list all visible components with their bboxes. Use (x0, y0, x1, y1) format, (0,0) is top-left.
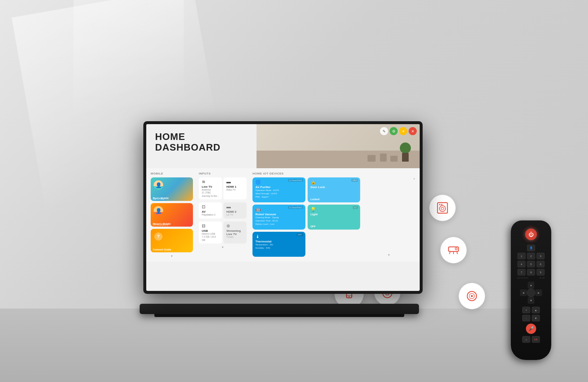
dpad-down[interactable]: ▼ (528, 297, 534, 304)
robot-vacuum-title: Robot Vacuum (255, 213, 302, 216)
home-button[interactable]: ⌂ (522, 336, 530, 343)
iot-scroll-top: ▲ (362, 177, 415, 202)
robot-vacuum-detail: Cleaning Mode : ZigzagOperation Time : 0… (255, 216, 302, 226)
iot-section: HOME IoT DEVICES 🌀 LG SmartThinQ Air Pur… (252, 172, 415, 258)
close-button[interactable]: ✕ (409, 127, 417, 135)
hdmi1-card[interactable]: ▬ HDMI 1 Roku TV (223, 177, 247, 199)
av-icon: ⊡ (202, 204, 219, 209)
tv-screen: HOME DASHBOARD ✎ ⚙ ☀ ✕ (146, 124, 420, 291)
num-3[interactable]: 3 (537, 253, 545, 259)
num-6[interactable]: 6 (537, 261, 545, 267)
arrow-down-icon: ▼ (171, 255, 173, 258)
num-9[interactable]: 9 (537, 269, 545, 275)
hdmi2-name: HDMI 2 (226, 210, 244, 213)
av-sub: Playstation 2 (202, 213, 219, 216)
air-purifier-detail: Operation Mode : AUTOWind Strength : AUT… (255, 189, 302, 199)
floor (0, 309, 588, 382)
streaming-name: Streaming Live TV (226, 229, 244, 236)
thermostat-icon: 🌡 (255, 234, 260, 239)
ryus-mobile-card[interactable]: 👤 Ryu's Mobile LG TV Plus (151, 177, 193, 201)
av-card[interactable]: ⊡ AV Playstation 2 (199, 202, 222, 218)
robot-vacuum-icon: 🤖 (255, 207, 261, 212)
vol-up[interactable]: + (522, 307, 530, 313)
svg-point-28 (349, 296, 350, 298)
ch-up[interactable]: ▲ (532, 307, 540, 313)
moon-mobile-card[interactable]: 👤 Moon's Mobile LG Smartphone (151, 203, 193, 227)
vol-down[interactable]: - (522, 315, 530, 321)
num-8[interactable]: 8 (527, 269, 535, 275)
edit-button[interactable]: ✎ (380, 127, 388, 135)
stool-3 (390, 156, 398, 162)
iot-circle-washer[interactable] (429, 195, 456, 221)
hdmi1-name: HDMI 1 (226, 185, 244, 188)
mobile-arrow: ▼ (151, 255, 193, 258)
power-button[interactable]: ⏻ (524, 228, 538, 241)
tv-frame: HOME DASHBOARD ✎ ⚙ ☀ ✕ (143, 121, 423, 294)
air-purifier-icon: 🌀 (255, 180, 261, 185)
iot-circle-robot-cleaner[interactable] (459, 283, 485, 309)
inputs-arrow: ▼ (199, 246, 247, 249)
stool-1 (368, 155, 376, 162)
light-card[interactable]: 💡 CC Light OFF (308, 205, 361, 230)
inputs-arrow-down: ▼ (221, 246, 224, 249)
profile-button[interactable]: 👤 (527, 245, 535, 251)
num-7[interactable]: 7 (517, 269, 526, 275)
thermostat-badge: OFF (297, 233, 303, 236)
sun-button[interactable]: ☀ (399, 127, 407, 135)
svg-point-31 (471, 295, 473, 297)
air-purifier-title: Air Purifier (255, 185, 302, 189)
hdmi1-icon: ▬ (226, 179, 244, 184)
door-lock-card[interactable]: 🔒 OFF Door Lock Locked (308, 177, 361, 202)
live-tv-name: Live TV (202, 185, 219, 188)
remote-control[interactable]: ⏻ 👤 1 2 3 4 5 6 7 8 9 QUICK ACCESS AD SA… (511, 220, 551, 360)
light-title: Light (311, 213, 358, 216)
thermostat-card[interactable]: 🌡 OFF Thermostat Temperature : 20cHumidi… (252, 232, 305, 257)
num-1[interactable]: 1 (517, 253, 526, 259)
robot-vacuum-badge: LG SmartThinQ (288, 206, 303, 209)
streaming-sub: TVNIG (226, 236, 244, 239)
moon-avatar: 👤 (154, 206, 163, 216)
settings-button[interactable]: ⚙ (390, 127, 398, 135)
streaming-card[interactable]: ⊕ Streaming Live TV TVNIG (223, 221, 247, 244)
dashboard-header: HOME DASHBOARD ✎ ⚙ ☀ ✕ (146, 124, 420, 168)
plant-pot (402, 153, 409, 162)
live-tv-card[interactable]: ≋ Live TV Antenna27 JTBC Journey to the.… (199, 177, 222, 199)
connect-name: Connect Guide (153, 248, 171, 251)
dpad-right[interactable]: ► (535, 289, 542, 296)
inputs-label: INPUTS (199, 172, 247, 175)
ch-down[interactable]: ▼ (532, 315, 540, 321)
lg-button[interactable]: LG (532, 336, 540, 343)
svg-point-12 (440, 206, 445, 212)
mic-button[interactable]: 🎤 (526, 324, 536, 334)
dpad-up[interactable]: ▲ (528, 282, 534, 288)
usb-icon: ⊟ (202, 223, 219, 228)
air-purifier-card[interactable]: 🌀 LG SmartThinQ Air Purifier Operation M… (252, 177, 305, 202)
connect-guide-card[interactable]: ? Connect Guide (151, 229, 193, 252)
num-5[interactable]: 5 (527, 261, 535, 267)
robot-vacuum-card[interactable]: 🤖 LG SmartThinQ Robot Vacuum Cleaning Mo… (252, 205, 305, 230)
ryus-sub: LG TV Plus (153, 198, 164, 200)
mobile-section: MOBILE 👤 Ryu's Mobile LG TV Plus 👤 Moon'… (151, 172, 193, 258)
light-badge: CC (353, 206, 358, 209)
svg-point-13 (441, 207, 444, 210)
robot-cleaner-icon (465, 289, 478, 303)
svg-point-15 (441, 204, 442, 205)
usb-card[interactable]: ⊟ USB Heize's USB7.2 GB / 16.0 GB (199, 221, 222, 244)
thermostat-detail: Temperature : 20cHumidity : 42% (255, 243, 302, 250)
ryus-avatar-face: 👤 (154, 180, 163, 190)
dashboard-title: HOME DASHBOARD (155, 131, 248, 152)
dpad-left[interactable]: ◄ (520, 289, 527, 296)
stool-2 (380, 154, 387, 162)
room-preview-image: ✎ ⚙ ☀ ✕ (257, 124, 420, 168)
dashboard-content: MOBILE 👤 Ryu's Mobile LG TV Plus 👤 Moon'… (146, 168, 420, 262)
plant-top (400, 143, 411, 154)
thermostat-title: Thermostat (255, 240, 302, 243)
num-4[interactable]: 4 (517, 261, 526, 267)
mobile-label: MOBILE (151, 172, 193, 175)
iot-circle-air-conditioner[interactable] (440, 237, 467, 263)
hdmi2-card[interactable]: ▬ HDMI 2 LG TV (223, 202, 247, 218)
hdmi2-icon: ▬ (226, 204, 244, 209)
num-2[interactable]: 2 (527, 253, 535, 259)
tv-shelf (140, 304, 419, 314)
dpad-center[interactable] (527, 288, 535, 297)
